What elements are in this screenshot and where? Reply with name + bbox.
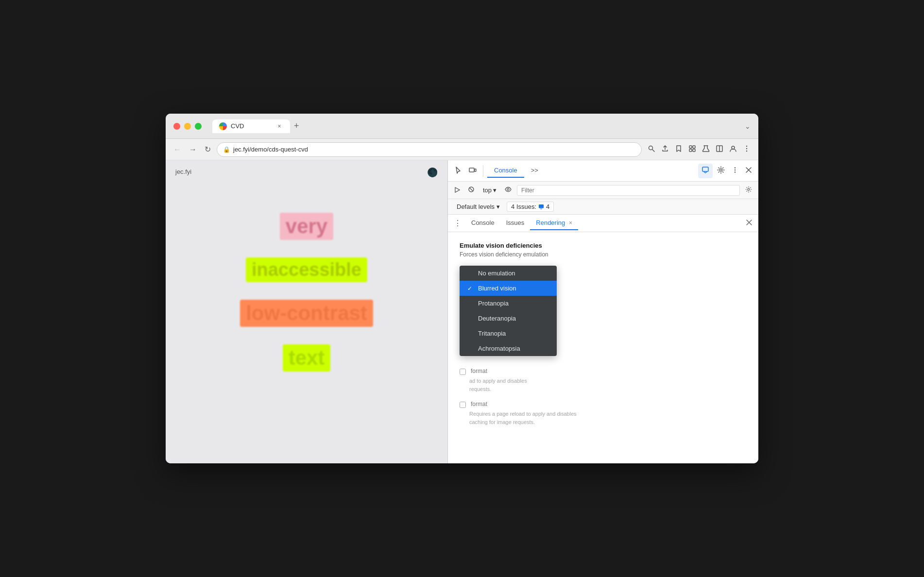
context-selector[interactable]: top ▾ <box>480 185 499 195</box>
tritanopia-label: Tritanopia <box>478 330 506 337</box>
close-window-button[interactable] <box>173 123 180 130</box>
title-bar: CVD × + ⌄ <box>166 114 758 139</box>
svg-rect-13 <box>469 168 474 172</box>
tab-title: CVD <box>231 122 244 130</box>
message-icon <box>702 167 709 173</box>
filter-gear-icon <box>745 186 752 193</box>
emulation-dropdown[interactable]: No emulation ✓ Blurred vision Protanopia <box>460 266 557 356</box>
search-toolbar-button[interactable] <box>646 143 657 156</box>
block-icon <box>468 186 475 193</box>
dropdown-item-tritanopia[interactable]: Tritanopia <box>460 326 557 341</box>
devtools-message-button[interactable] <box>698 164 713 178</box>
svg-rect-15 <box>702 167 708 171</box>
rendering-tab-close[interactable]: × <box>569 220 572 226</box>
browser-menu-button[interactable] <box>741 143 753 156</box>
forward-button[interactable]: → <box>187 143 199 156</box>
console-filter-input[interactable] <box>517 185 740 196</box>
protanopia-label: Protanopia <box>478 300 509 307</box>
more-tabs-button[interactable]: >> <box>524 164 545 178</box>
lab-icon <box>702 145 710 153</box>
issues-rendering-tab[interactable]: Issues <box>500 216 530 230</box>
maximize-window-button[interactable] <box>195 123 202 130</box>
checkbox-section-1: format ad to apply and disablesrequests. <box>460 368 747 393</box>
checkbox-2-desc: Requires a page reload to apply and disa… <box>469 410 747 426</box>
vertical-dots-icon <box>732 167 738 173</box>
bookmark-icon <box>675 145 683 153</box>
lock-icon: 🔒 <box>223 146 230 153</box>
dropdown-item-no-emulation[interactable]: No emulation <box>460 266 557 281</box>
dropdown-item-deuteranopia[interactable]: Deuteranopia <box>460 311 557 326</box>
devtools-rendering-tabbar: ⋮ Console Issues Rendering × <box>448 215 758 232</box>
device-mode-button[interactable] <box>466 164 479 178</box>
checkbox-1-label: format <box>471 368 487 375</box>
tab-list-chevron[interactable]: ⌄ <box>745 122 751 130</box>
checkbox-1-desc: ad to apply and disablesrequests. <box>469 377 747 393</box>
emulation-section-desc: Forces vision deficiency emulation <box>460 251 747 258</box>
tab-bar: CVD × + <box>212 119 739 133</box>
moon-icon: 🌑 <box>427 167 438 178</box>
close-all-button[interactable] <box>742 217 756 230</box>
split-view-button[interactable] <box>714 143 725 156</box>
lab-button[interactable] <box>700 143 712 156</box>
checkbox-1[interactable] <box>460 369 466 375</box>
live-expressions-button[interactable] <box>502 185 514 196</box>
profile-button[interactable] <box>727 143 739 156</box>
toolbar-icons <box>646 143 753 156</box>
devtools-more-button[interactable] <box>729 164 741 178</box>
eye-icon <box>505 186 512 193</box>
svg-point-12 <box>746 150 747 151</box>
device-icon <box>469 166 477 174</box>
rendering-tab[interactable]: Rendering × <box>530 216 578 230</box>
console-main-tab[interactable]: Console <box>487 164 524 178</box>
gear-icon <box>717 166 725 174</box>
svg-rect-5 <box>693 149 695 152</box>
dropdown-item-protanopia[interactable]: Protanopia <box>460 296 557 311</box>
url-bar[interactable]: 🔒 jec.fyi/demo/cds-quest-cvd <box>217 142 642 157</box>
browser-window: CVD × + ⌄ ← → ↻ 🔒 jec.fyi/demo/cds-quest… <box>166 114 758 463</box>
clear-console-button[interactable] <box>465 185 477 196</box>
share-button[interactable] <box>659 143 671 156</box>
bookmark-button[interactable] <box>673 143 684 156</box>
minimize-window-button[interactable] <box>184 123 191 130</box>
svg-point-18 <box>735 169 736 170</box>
close-devtools-icon <box>745 167 752 173</box>
close-all-icon <box>746 219 753 226</box>
checkbox-section-2: format Requires a page reload to apply a… <box>460 401 747 426</box>
devtools-filterbar: top ▾ <box>448 182 758 199</box>
levels-label: Default levels <box>457 203 495 210</box>
devtools-close-button[interactable] <box>743 164 754 178</box>
dropdown-item-achromatopsia[interactable]: Achromatopsia <box>460 341 557 356</box>
tab-close-button[interactable]: × <box>275 122 283 130</box>
devtools-settings-button[interactable] <box>715 164 727 178</box>
checkbox-2[interactable] <box>460 402 466 408</box>
filter-settings-button[interactable] <box>743 185 754 196</box>
dropdown-item-blurred-vision[interactable]: ✓ Blurred vision <box>460 281 557 296</box>
extensions-button[interactable] <box>686 143 698 156</box>
console-play-button[interactable] <box>452 185 462 196</box>
tab-menu-dots[interactable]: ⋮ <box>450 217 465 230</box>
svg-rect-27 <box>539 204 544 208</box>
svg-point-19 <box>735 171 736 172</box>
browser-tab[interactable]: CVD × <box>212 119 290 133</box>
issues-message-icon <box>538 204 544 210</box>
refresh-button[interactable]: ↻ <box>203 143 213 156</box>
issues-count: 4 <box>546 203 549 210</box>
split-icon <box>716 145 723 153</box>
devtools-panel: Console >> <box>447 160 758 463</box>
checkbox-row-1: format <box>460 368 747 375</box>
new-tab-button[interactable]: + <box>290 121 303 131</box>
svg-rect-3 <box>693 146 695 148</box>
svg-point-26 <box>748 188 750 190</box>
svg-line-1 <box>652 150 654 152</box>
back-button[interactable]: ← <box>171 143 183 156</box>
svg-point-16 <box>720 169 722 171</box>
console-rendering-tab[interactable]: Console <box>465 216 500 230</box>
share-icon <box>661 145 669 153</box>
default-levels-button[interactable]: Default levels ▾ <box>454 202 503 211</box>
traffic-lights <box>173 123 202 130</box>
three-dots-icon <box>743 145 751 153</box>
address-bar: ← → ↻ 🔒 jec.fyi/demo/cds-quest-cvd <box>166 139 758 160</box>
demo-word-very: very <box>280 213 333 240</box>
inspect-element-button[interactable] <box>452 164 464 178</box>
achromatopsia-label: Achromatopsia <box>478 345 520 352</box>
